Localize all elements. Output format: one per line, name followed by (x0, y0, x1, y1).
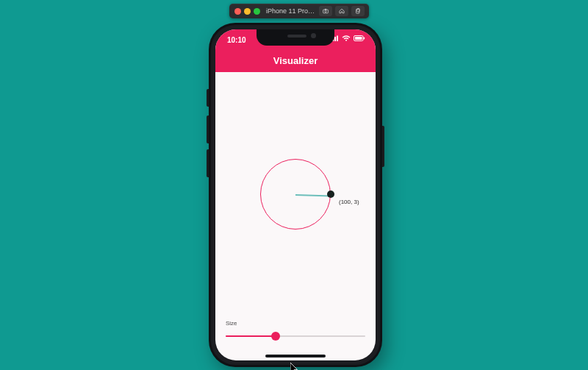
svg-rect-7 (334, 37, 336, 41)
volume-up-button[interactable] (207, 115, 209, 143)
simulator-titlebar: iPhone 11 Pro Ma… (229, 4, 369, 18)
traffic-light-close-icon[interactable] (234, 8, 241, 15)
device-frame: 10:10 DEBUG (209, 23, 382, 367)
svg-rect-12 (364, 38, 365, 40)
copy-screen-button[interactable] (351, 6, 365, 16)
wifi-icon (342, 35, 351, 41)
home-icon (338, 7, 345, 15)
mute-switch-icon (207, 89, 209, 107)
traffic-light-zoom-icon[interactable] (254, 8, 260, 15)
content-area: (100, 3) Size (215, 72, 376, 360)
svg-rect-8 (337, 36, 338, 42)
status-time: 10:10 (227, 36, 246, 44)
traffic-light-minimize-icon[interactable] (244, 8, 251, 15)
battery-icon (354, 35, 365, 41)
page-title: Visualizer (215, 55, 376, 66)
visualizer-canvas: (100, 3) (260, 159, 331, 230)
device-screen: 10:10 DEBUG (215, 29, 376, 360)
status-icons (330, 35, 365, 41)
svg-rect-11 (355, 37, 362, 40)
screenshot-button[interactable] (319, 6, 332, 16)
home-button[interactable] (335, 6, 348, 16)
camera-icon (322, 7, 329, 15)
clipboard-icon (354, 7, 362, 15)
size-slider[interactable] (226, 331, 365, 341)
power-button[interactable] (382, 126, 384, 167)
volume-down-button[interactable] (207, 149, 209, 177)
svg-rect-2 (325, 9, 327, 10)
slider-fill (226, 335, 276, 337)
home-indicator-icon[interactable] (265, 355, 326, 357)
simulator-title: iPhone 11 Pro Ma… (266, 7, 316, 15)
svg-point-1 (325, 10, 327, 13)
notch-icon (257, 29, 334, 46)
svg-point-9 (345, 40, 347, 41)
coordinate-readout: (100, 3) (339, 199, 359, 205)
size-label: Size (226, 320, 365, 327)
svg-rect-3 (356, 10, 359, 14)
slider-thumb[interactable] (271, 332, 280, 341)
size-control: Size (226, 320, 365, 341)
angle-knob[interactable] (327, 191, 334, 198)
